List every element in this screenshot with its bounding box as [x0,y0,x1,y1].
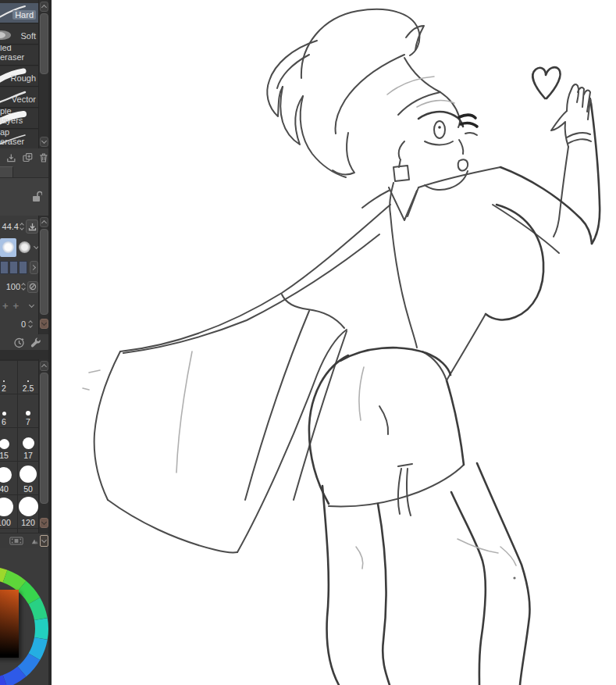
preset-size-15[interactable]: 15 [0,428,17,461]
brush-label: led eraser [0,45,36,62]
trash-icon[interactable] [39,152,48,163]
preset-size-50[interactable]: 50 [18,462,38,494]
sketch-legs [322,463,530,685]
scroll-down-icon[interactable] [40,137,48,147]
brush-item-soft[interactable]: Soft [0,24,38,45]
panel-separator [0,350,48,359]
blend-swatch-row [0,259,38,276]
sketch-arm [493,84,600,253]
sketch-cape [83,205,390,552]
mountain-icon[interactable] [31,537,38,545]
preset-row: 40 50 [0,462,39,494]
import-tray-icon[interactable] [6,152,16,163]
preset-row: 15 17 [0,428,39,461]
brush-item-rough[interactable]: Rough [0,66,38,87]
brush-item-hard[interactable]: Hard [0,3,38,23]
brush-list-scrollbar[interactable] [38,0,48,148]
sketch-heart [532,67,560,98]
brush-label: ple layers [0,109,36,125]
spinner-arrows-icon[interactable] [20,222,23,231]
brush-tip-soft-chip[interactable] [16,238,33,257]
anti-alias-strong-icon[interactable]: + [13,300,20,312]
property-scrollbar[interactable] [38,216,48,350]
duplicate-plus-icon[interactable] [23,152,34,163]
canvas-sketch [52,0,616,685]
unlock-icon[interactable] [31,191,42,202]
pressure-size-button[interactable] [26,219,38,234]
no-dynamics-button[interactable] [27,281,38,293]
brush-item-eraser[interactable]: led eraser [0,45,38,66]
anti-alias-weak-icon[interactable]: + [2,300,9,312]
no-symbol-icon [29,283,37,291]
brush-tip-icon [19,241,30,253]
filmstrip-icon[interactable] [9,536,23,546]
tool-property-header [0,177,48,216]
brush-label: Rough [11,73,36,83]
preset-size-100[interactable]: 100 [0,495,17,528]
scroll-down-icon[interactable] [40,319,48,329]
saturation-value-square[interactable] [0,590,19,658]
brush-item-vector[interactable]: Vector [0,87,38,108]
scroll-up-icon[interactable] [40,217,48,227]
brush-label: Soft [20,31,36,41]
stabilization-value[interactable]: 0 [0,319,27,329]
brush-tip-row [0,237,38,258]
tool-property-tab[interactable] [0,166,13,177]
wrench-icon[interactable] [30,337,41,348]
brush-size-row: 44.4 [0,218,38,235]
color-panel-switch-button[interactable] [40,535,48,547]
app-window: Hard Soft led eraser Rough Vector ple la… [0,0,616,685]
spinner-arrows-icon[interactable] [22,282,25,291]
left-tool-panel: Hard Soft led eraser Rough Vector ple la… [0,0,48,685]
scrollbar-thumb[interactable] [40,229,48,315]
preset-row: 100 120 [0,495,39,528]
sketch-earring [393,141,409,181]
scroll-up-icon[interactable] [40,361,48,371]
scrollbar-thumb[interactable] [40,13,48,74]
presets-scrollbar[interactable] [38,359,48,533]
preset-size-17[interactable]: 17 [18,428,38,461]
brush-label: Hard [12,10,36,20]
tool-property-rows: 44.4 100 [0,216,48,350]
reset-clock-icon[interactable] [13,337,25,348]
brush-size-presets: 2 2.5 6 7 15 17 40 50 100 120 [0,359,48,533]
preset-size-2.5[interactable]: 2.5 [18,361,38,394]
expand-right-button[interactable] [30,261,38,274]
brush-item-snap-eraser[interactable]: ap eraser [0,130,38,150]
preset-size-7[interactable]: 7 [18,394,38,427]
blend-swatch[interactable] [0,261,9,274]
brush-label: Vector [12,95,36,104]
drawing-canvas[interactable] [52,0,616,685]
opacity-value[interactable]: 100 [0,282,20,291]
brush-item-multiple-layers[interactable]: ple layers [0,109,38,129]
spinner-arrows-icon[interactable] [29,319,32,329]
brush-actions-bar [0,148,48,166]
scrollbar-thumb[interactable] [40,373,48,504]
preset-row: 2 2.5 [0,361,39,394]
preset-size-120[interactable]: 120 [18,495,38,528]
stabilization-row: 0 [0,316,38,333]
brush-label: ap eraser [0,130,36,146]
preset-size-2[interactable]: 2 [0,361,17,394]
opacity-row: 100 [0,278,38,295]
anti-aliasing-row: + + [0,297,38,314]
sketch-face [417,92,477,190]
pen-pressure-icon [28,223,37,231]
blend-swatch[interactable] [9,261,18,274]
chevron-down-icon[interactable] [29,301,34,307]
blend-swatch[interactable] [19,261,27,274]
brush-tip-hard-chip[interactable] [0,238,16,257]
preset-size-40[interactable]: 40 [0,462,17,494]
brush-tip-icon [2,241,14,253]
property-tools-row [0,334,48,350]
scroll-down-icon[interactable] [40,518,48,528]
sketch-hair [267,9,440,177]
brush-size-value[interactable]: 44.4 [0,222,19,231]
color-wheel-panel [0,548,48,685]
preset-size-6[interactable]: 6 [0,394,17,427]
sketch-collar [362,167,500,220]
scroll-up-icon[interactable] [40,2,48,12]
preset-row: 6 7 [0,394,39,427]
panel-footer-bar [0,533,48,548]
sketch-torso [390,205,543,380]
